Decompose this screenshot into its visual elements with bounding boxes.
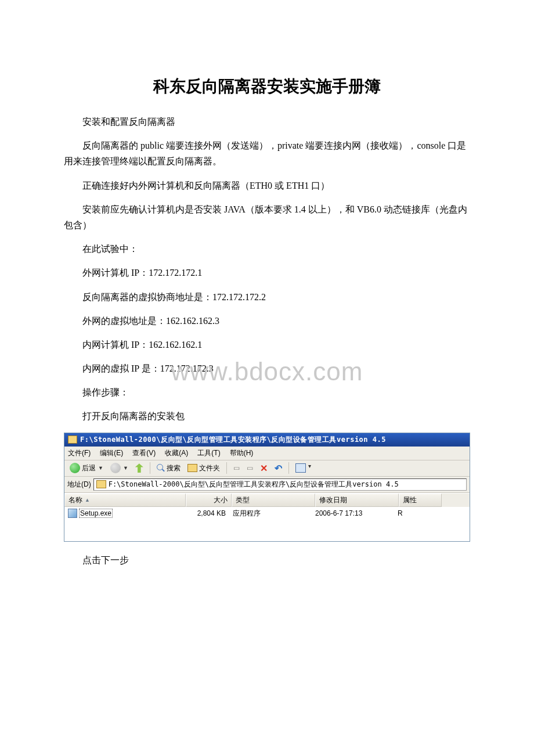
file-date: 2006-6-7 17:13 — [312, 509, 394, 518]
file-attr: R — [394, 509, 436, 518]
sort-asc-icon: ▲ — [85, 497, 90, 503]
header-name[interactable]: 名称 ▲ — [64, 494, 186, 507]
paragraph: 外网计算机 IP：172.172.172.1 — [64, 265, 470, 280]
paragraph: 反向隔离器的虚拟协商地址是：172.172.172.2 — [64, 289, 470, 305]
document-title: 科东反向隔离器安装实施手册簿 — [64, 75, 470, 98]
search-icon — [157, 464, 165, 472]
views-button[interactable] — [294, 463, 308, 473]
file-name: Setup.exe — [79, 509, 113, 518]
forward-icon — [110, 463, 121, 473]
paragraph: 安装前应先确认计算机内是否安装 JAVA（版本要求 1.4 以上），和 VB6.… — [64, 201, 470, 233]
folders-label: 文件夹 — [199, 463, 220, 473]
explorer-window: F:\StoneWall-2000\反向型\反向型管理工具安装程序\反向型设备管… — [64, 433, 470, 542]
folders-button[interactable]: 文件夹 — [186, 463, 222, 474]
folder-icon — [187, 464, 197, 472]
paragraph: 正确连接好内外网计算机和反向隔离器（ETH0 或 ETH1 口） — [64, 178, 470, 193]
back-label: 后退 — [82, 463, 96, 473]
menu-help[interactable]: 帮助(H) — [230, 448, 254, 458]
file-size: 2,804 KB — [185, 509, 229, 518]
menu-view[interactable]: 查看(V) — [132, 448, 156, 458]
paragraph: 在此试验中： — [64, 241, 470, 257]
address-label: 地址(D) — [67, 480, 91, 489]
forward-button[interactable]: ▼ — [109, 462, 130, 474]
separator — [288, 462, 289, 474]
chevron-down-icon: ▼ — [123, 465, 128, 471]
menu-bar: 文件(F) 编辑(E) 查看(V) 收藏(A) 工具(T) 帮助(H) — [64, 447, 470, 460]
address-value: F:\StoneWall-2000\反向型\反向型管理工具安装程序\反向型设备管… — [109, 480, 399, 489]
copy-to-button[interactable]: ▭ — [245, 463, 255, 473]
paragraph: 安装和配置反向隔离器 — [64, 114, 470, 129]
menu-file[interactable]: 文件(F) — [68, 448, 91, 458]
paragraph: 点击下一步 — [64, 552, 470, 568]
up-button[interactable] — [134, 463, 145, 473]
folder-icon — [96, 480, 106, 488]
search-label: 搜索 — [167, 463, 181, 473]
paragraph: 反向隔离器的 public 端要连接外网（发送端），private 端要连接内网… — [64, 138, 470, 169]
search-button[interactable]: 搜索 — [155, 463, 182, 474]
header-type[interactable]: 类型 — [232, 494, 315, 507]
chevron-down-icon: ▼ — [98, 465, 103, 471]
move-to-button[interactable]: ▭ — [232, 463, 241, 473]
file-list: Setup.exe 2,804 KB 应用程序 2006-6-7 17:13 R — [64, 507, 470, 541]
undo-button[interactable]: ↶ — [273, 462, 284, 474]
header-date[interactable]: 修改日期 — [315, 494, 399, 507]
exe-icon — [68, 509, 77, 518]
back-button[interactable]: 后退 ▼ — [68, 462, 105, 474]
paragraph: 内网计算机 IP：162.162.162.1 — [64, 337, 470, 352]
views-icon — [295, 463, 306, 473]
window-title-text: F:\StoneWall-2000\反向型\反向型管理工具安装程序\反向型设备管… — [80, 435, 386, 445]
header-attr[interactable]: 属性 — [399, 494, 442, 507]
header-name-label: 名称 — [68, 495, 82, 505]
up-icon — [135, 463, 143, 473]
toolbar: 后退 ▼ ▼ 搜索 文件夹 ▭ ▭ ✕ ↶ — [64, 460, 470, 477]
separator — [150, 462, 150, 474]
paragraph: 操作步骤： — [64, 384, 470, 400]
file-type: 应用程序 — [229, 508, 312, 519]
paragraph: 打开反向隔离器的安装包 — [64, 408, 470, 424]
paragraph: 外网的虚拟地址是：162.162.162.3 — [64, 313, 470, 329]
menu-tools[interactable]: 工具(T) — [197, 448, 220, 458]
window-titlebar: F:\StoneWall-2000\反向型\反向型管理工具安装程序\反向型设备管… — [64, 433, 470, 447]
address-field[interactable]: F:\StoneWall-2000\反向型\反向型管理工具安装程序\反向型设备管… — [93, 478, 467, 491]
menu-favorites[interactable]: 收藏(A) — [165, 448, 188, 458]
column-headers: 名称 ▲ 大小 类型 修改日期 属性 — [64, 493, 470, 507]
menu-edit[interactable]: 编辑(E) — [100, 448, 123, 458]
folder-icon — [68, 435, 77, 444]
back-icon — [70, 463, 80, 473]
address-bar: 地址(D) F:\StoneWall-2000\反向型\反向型管理工具安装程序\… — [64, 477, 470, 493]
separator — [226, 462, 227, 474]
file-row[interactable]: Setup.exe 2,804 KB 应用程序 2006-6-7 17:13 R — [64, 508, 470, 519]
paragraph: 内网的虚拟 IP 是：172.172.172.3 — [64, 361, 470, 376]
delete-button[interactable]: ✕ — [258, 462, 269, 474]
header-size[interactable]: 大小 — [186, 494, 232, 507]
